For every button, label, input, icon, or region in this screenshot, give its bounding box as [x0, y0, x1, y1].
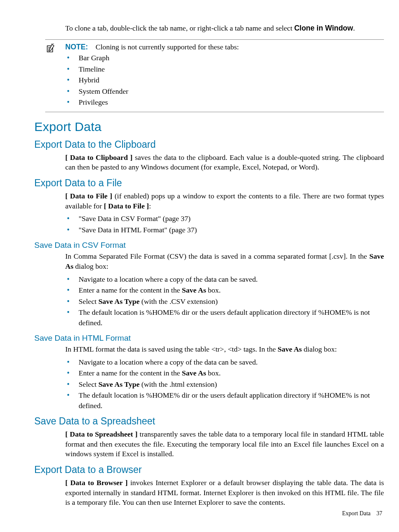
list-item: "Save Data in CSV Format" (page 37) — [65, 213, 384, 224]
li-bold: Save As — [182, 286, 206, 294]
footer-label: Export Data — [342, 510, 371, 517]
page-footer: Export Data37 — [342, 510, 382, 517]
li-bold: Save As — [182, 369, 206, 377]
footer-page: 37 — [376, 510, 382, 517]
note-body: NOTE:Cloning is not currently supported … — [65, 42, 384, 108]
intro-paragraph-container: To clone a tab, double-click the tab nam… — [65, 23, 384, 33]
browser-paragraph: [ Data to Browser ] invokes Internet Exp… — [65, 478, 384, 508]
csv-pre: In Comma Separated File Format (CSV) the… — [65, 252, 369, 260]
li-bold: Save As Type — [98, 297, 140, 306]
heading-spreadsheet: Save Data to a Spreadsheet — [34, 416, 384, 427]
li-text: Select — [79, 380, 98, 388]
li-text: (with the .html extension) — [140, 380, 217, 388]
li-text: Enter a name for the content in the — [79, 286, 182, 294]
list-item: Enter a name for the content in the Save… — [65, 285, 384, 296]
spreadsheet-body: [ Data to Spreadsheet ] transparently sa… — [65, 429, 384, 459]
heading-csv: Save Data in CSV Format — [34, 241, 384, 250]
intro-text: To clone a tab, double-click the tab nam… — [65, 24, 294, 32]
list-item: System Offender — [65, 86, 384, 97]
intro-suffix: . — [353, 24, 355, 32]
csv-post: dialog box: — [73, 262, 108, 270]
browser-body: [ Data to Browser ] invokes Internet Exp… — [65, 478, 384, 508]
li-text: (with the .CSV extension) — [140, 297, 218, 306]
file-suffix: : — [149, 202, 151, 210]
list-item: Timeline — [65, 64, 384, 75]
li-bold: Save As Type — [98, 380, 140, 388]
note-text: Cloning is not currently supported for t… — [95, 43, 239, 51]
list-item: Hybrid — [65, 75, 384, 85]
list-item: The default location is %HOME% dir or th… — [65, 307, 384, 328]
browser-bold: [ Data to Browser ] — [65, 478, 128, 487]
list-item: "Save Data in HTML Format" (page 37) — [65, 225, 384, 235]
page: To clone a tab, double-click the tab nam… — [0, 0, 399, 532]
file-body: [ Data to File ] (if enabled) pops up a … — [65, 191, 384, 235]
html-pre: In HTML format the data is saved using t… — [65, 345, 278, 353]
intro-bold: Clone in Window — [294, 24, 353, 32]
file-bold2: [ Data to File ] — [104, 202, 149, 210]
csv-paragraph: In Comma Separated File Format (CSV) the… — [65, 252, 384, 271]
file-paragraph: [ Data to File ] (if enabled) pops up a … — [65, 191, 384, 211]
li-text: box. — [206, 286, 221, 294]
list-item: Enter a name for the content in the Save… — [65, 368, 384, 378]
html-post: dialog box: — [302, 345, 337, 353]
list-item: Navigate to a location where a copy of t… — [65, 274, 384, 285]
clipboard-paragraph: [ Data to Clipboard ] saves the data to … — [65, 153, 384, 172]
html-paragraph: In HTML format the data is saved using t… — [65, 344, 384, 355]
csv-body: In Comma Separated File Format (CSV) the… — [65, 252, 384, 328]
note-line: NOTE:Cloning is not currently supported … — [65, 42, 384, 52]
csv-list: Navigate to a location where a copy of t… — [65, 274, 384, 328]
html-body: In HTML format the data is saved using t… — [65, 344, 384, 411]
heading-export-clipboard: Export Data to the Clipboard — [34, 139, 384, 150]
list-item: The default location is %HOME% dir or th… — [65, 390, 384, 411]
file-list: "Save Data in CSV Format" (page 37) "Sav… — [65, 213, 384, 235]
heading-html: Save Data in HTML Format — [34, 334, 384, 343]
clipboard-body: [ Data to Clipboard ] saves the data to … — [65, 153, 384, 172]
note-block: NOTE:Cloning is not currently supported … — [45, 39, 384, 112]
note-list: Bar Graph Timeline Hybrid System Offende… — [65, 53, 384, 108]
file-bold1: [ Data to File ] — [65, 192, 112, 200]
spreadsheet-paragraph: [ Data to Spreadsheet ] transparently sa… — [65, 429, 384, 459]
list-item: Select Save As Type (with the .CSV exten… — [65, 296, 384, 307]
li-text: Select — [79, 297, 98, 306]
intro-paragraph: To clone a tab, double-click the tab nam… — [65, 23, 384, 33]
note-icon — [45, 43, 56, 54]
li-text: box. — [206, 369, 221, 377]
list-item: Navigate to a location where a copy of t… — [65, 357, 384, 368]
heading-browser: Export Data to a Browser — [34, 464, 384, 475]
heading-export-file: Export Data to a File — [34, 177, 384, 189]
clipboard-bold: [ Data to Clipboard ] — [65, 153, 133, 162]
note-label: NOTE: — [65, 43, 88, 51]
list-item: Privileges — [65, 97, 384, 108]
heading-export-data: Export Data — [34, 120, 384, 134]
list-item: Bar Graph — [65, 53, 384, 63]
li-text: Enter a name for the content in the — [79, 369, 182, 377]
list-item: Select Save As Type (with the .html exte… — [65, 379, 384, 390]
html-bold: Save As — [278, 345, 302, 353]
html-list: Navigate to a location where a copy of t… — [65, 357, 384, 411]
spreadsheet-bold: [ Data to Spreadsheet ] — [65, 430, 138, 438]
